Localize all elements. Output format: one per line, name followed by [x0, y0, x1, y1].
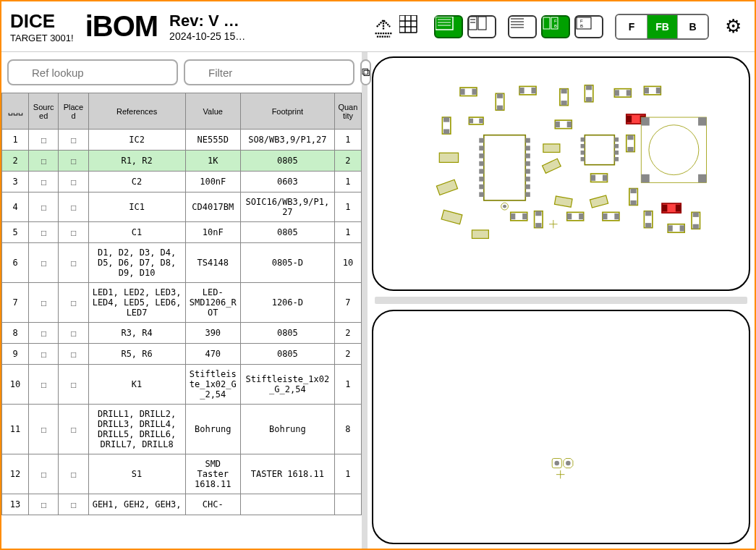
svg-rect-39: [656, 88, 661, 93]
layout-bom-left-button[interactable]: [434, 15, 463, 38]
svg-rect-52: [479, 177, 484, 182]
table-row[interactable]: 12☐☐S1SMD Taster 1618.11TASTER 1618.111: [2, 454, 362, 494]
quantity-cell: 1: [334, 365, 361, 405]
col-footprint[interactable]: Footprint: [240, 93, 334, 130]
filter-input[interactable]: [184, 59, 354, 85]
placed-checkbox[interactable]: ☐: [59, 283, 88, 323]
svg-rect-29: [561, 89, 567, 94]
svg-rect-107: [554, 196, 572, 207]
col-number[interactable]: ␣␣␣: [2, 93, 29, 130]
placed-checkbox[interactable]: ☐: [59, 172, 88, 192]
table-row[interactable]: 1☐☐IC2NE555DSO8/WB3,9/P1,271: [2, 130, 362, 151]
table-row[interactable]: 11☐☐DRILL1, DRILL2, DRILL3, DRILL4, DRIL…: [2, 405, 362, 454]
references-cell: IC1: [88, 192, 185, 222]
placed-checkbox[interactable]: ☐: [59, 323, 88, 344]
svg-rect-57: [525, 153, 530, 158]
row-number: 3: [2, 172, 29, 192]
settings-button[interactable]: ⚙: [721, 15, 746, 38]
svg-rect-53: [479, 185, 484, 190]
project-title: DICE: [10, 10, 74, 33]
col-references[interactable]: References: [88, 93, 185, 130]
view-pcb-only-button[interactable]: FB: [574, 15, 603, 38]
layout-bom-top-button[interactable]: [467, 15, 496, 38]
ref-lookup-input[interactable]: [7, 59, 178, 85]
table-row[interactable]: 8☐☐R3, R439008052: [2, 323, 362, 344]
svg-rect-5: [478, 17, 486, 30]
table-row[interactable]: 2☐☐R1, R21K08052: [2, 151, 362, 172]
view-bom-only-button[interactable]: [508, 15, 537, 38]
col-value[interactable]: Value: [185, 93, 240, 130]
table-row[interactable]: 9☐☐R5, R647008052: [2, 344, 362, 365]
svg-rect-58: [525, 161, 530, 166]
svg-rect-126: [693, 224, 699, 229]
quantity-cell: 1: [334, 130, 361, 151]
sourced-checkbox[interactable]: ☐: [29, 283, 59, 323]
footprint-cell: Stiftleiste_1x02_G_2,54: [240, 365, 334, 405]
value-cell: CHC-: [185, 494, 240, 515]
sourced-checkbox[interactable]: ☐: [29, 243, 59, 283]
svg-point-93: [649, 125, 699, 175]
col-quantity[interactable]: Quantity: [334, 93, 361, 130]
sourced-checkbox[interactable]: ☐: [29, 323, 59, 344]
sourced-checkbox[interactable]: ☐: [29, 192, 59, 222]
table-row[interactable]: 3☐☐C2100nF06031: [2, 172, 362, 192]
view-pcb-only-icon: FB: [576, 17, 602, 37]
sourced-checkbox[interactable]: ☐: [29, 172, 59, 192]
col-sourced[interactable]: Sourced: [29, 93, 59, 130]
sourced-checkbox[interactable]: ☐: [29, 365, 59, 405]
sourced-checkbox[interactable]: ☐: [29, 405, 59, 454]
view-split-button[interactable]: FB: [541, 15, 570, 38]
pcb-view-divider[interactable]: [375, 297, 747, 304]
layer-back-button[interactable]: B: [677, 15, 708, 38]
pcb-front-view[interactable]: [372, 56, 750, 291]
placed-checkbox[interactable]: ☐: [59, 344, 88, 365]
svg-rect-84: [627, 116, 632, 123]
placed-checkbox[interactable]: ☐: [59, 405, 88, 454]
placed-checkbox[interactable]: ☐: [59, 151, 88, 172]
placed-checkbox[interactable]: ☐: [59, 130, 88, 151]
layer-selector[interactable]: F FB B: [615, 14, 709, 40]
sourced-checkbox[interactable]: ☐: [29, 454, 59, 494]
ibom-logo: iBOM: [85, 10, 158, 43]
sourced-checkbox[interactable]: ☐: [29, 344, 59, 365]
placed-checkbox[interactable]: ☐: [59, 222, 88, 243]
sourced-checkbox[interactable]: ☐: [29, 494, 59, 515]
svg-rect-95: [698, 117, 706, 125]
layer-both-button[interactable]: FB: [647, 15, 677, 38]
svg-rect-35: [614, 90, 619, 96]
quantity-cell: 1: [334, 192, 361, 222]
footprint-cell: 0805: [240, 151, 334, 172]
table-row[interactable]: 4☐☐IC1CD4017BMSOIC16/WB3,9/P1,271: [2, 192, 362, 222]
value-cell: 1K: [185, 151, 240, 172]
table-row[interactable]: 6☐☐D1, D2, D3, D4, D5, D6, D7, D8, D9, D…: [2, 243, 362, 283]
row-number: 8: [2, 323, 29, 344]
table-row[interactable]: 10☐☐K1Stiftleiste_1x02_G_2,54Stiftleiste…: [2, 365, 362, 405]
pcb-back-view[interactable]: [372, 310, 750, 544]
io-button[interactable]: [372, 15, 395, 38]
footprint-cell: 0805: [240, 323, 334, 344]
table-row[interactable]: 5☐☐C110nF08051: [2, 222, 362, 243]
svg-rect-33: [586, 97, 592, 102]
quantity-cell: 8: [334, 405, 361, 454]
svg-rect-56: [525, 145, 530, 151]
grid-button[interactable]: [399, 15, 422, 38]
svg-rect-64: [469, 119, 473, 124]
project-subtitle: TARGET 3001!: [10, 33, 74, 43]
svg-rect-87: [662, 205, 667, 212]
placed-checkbox[interactable]: ☐: [59, 243, 88, 283]
sourced-checkbox[interactable]: ☐: [29, 222, 59, 243]
grid-icon: [399, 15, 422, 38]
value-cell: SMD Taster 1618.11: [185, 454, 240, 494]
sourced-checkbox[interactable]: ☐: [29, 151, 59, 172]
references-cell: DRILL1, DRILL2, DRILL3, DRILL4, DRILL5, …: [88, 405, 185, 454]
placed-checkbox[interactable]: ☐: [59, 494, 88, 515]
table-row[interactable]: 13☐☐GEH1, GEH2, GEH3,CHC-: [2, 494, 362, 515]
sourced-checkbox[interactable]: ☐: [29, 130, 59, 151]
layer-front-button[interactable]: F: [616, 15, 647, 38]
placed-checkbox[interactable]: ☐: [59, 454, 88, 494]
placed-checkbox[interactable]: ☐: [59, 192, 88, 222]
table-row[interactable]: 7☐☐LED1, LED2, LED3, LED4, LED5, LED6, L…: [2, 283, 362, 323]
placed-checkbox[interactable]: ☐: [59, 365, 88, 405]
references-cell: GEH1, GEH2, GEH3,: [88, 494, 185, 515]
col-placed[interactable]: Placed: [59, 93, 88, 130]
